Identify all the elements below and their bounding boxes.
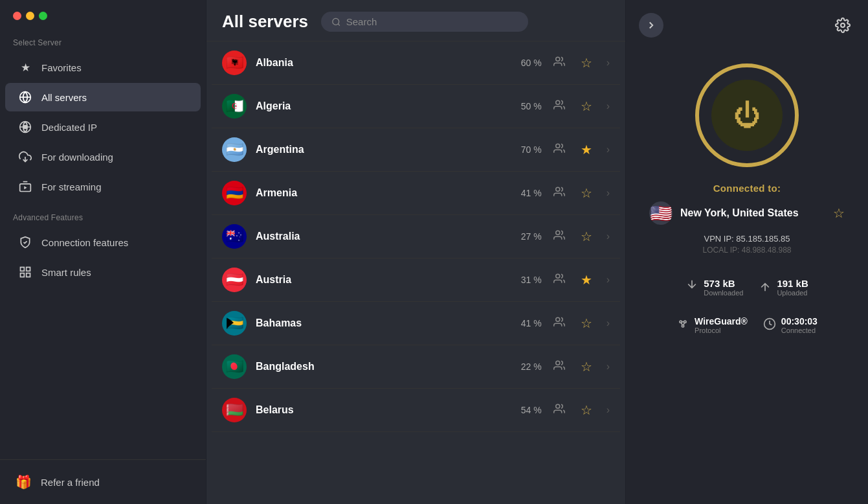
sidebar-item-connection-features[interactable]: Connection features: [5, 228, 201, 257]
settings-button[interactable]: [830, 13, 855, 38]
refer-a-friend-button[interactable]: 🎁 Refer a friend: [13, 470, 193, 494]
sidebar-item-all-servers[interactable]: All servers: [5, 83, 201, 111]
server-name: Australia: [256, 231, 500, 242]
table-row[interactable]: 🇦🇱 Albania 60 % ☆ ›: [212, 41, 620, 85]
server-name: Austria: [256, 274, 500, 286]
stream-icon: [18, 179, 32, 194]
shield-icon: [18, 235, 32, 249]
favorite-button[interactable]: ☆: [581, 185, 592, 201]
svg-point-17: [555, 317, 559, 321]
table-row[interactable]: 🇧🇩 Bangladesh 22 % ☆ ›: [212, 345, 620, 389]
server-name: Bahamas: [256, 317, 500, 329]
sidebar-item-for-downloading[interactable]: For downloading: [5, 143, 201, 171]
country-flag: 🇦🇹: [222, 268, 247, 292]
favorite-button[interactable]: ☆: [581, 315, 592, 331]
server-name: Albania: [256, 57, 500, 69]
svg-line-25: [682, 323, 683, 325]
clock-icon: [763, 317, 776, 334]
sidebar-bottom: 🎁 Refer a friend: [0, 459, 206, 504]
table-row[interactable]: 🇧🇸 Bahamas 41 % ☆ ›: [212, 302, 620, 345]
sidebar-item-for-streaming[interactable]: For streaming: [5, 172, 201, 201]
svg-point-11: [555, 57, 559, 61]
favorite-button[interactable]: ★: [581, 142, 592, 157]
server-users-icon: [553, 316, 565, 330]
favorite-button[interactable]: ★: [581, 272, 592, 288]
svg-point-19: [555, 404, 559, 408]
table-row[interactable]: 🇧🇾 Belarus 54 % ☆ ›: [212, 389, 620, 432]
sidebar-item-smart-rules[interactable]: Smart rules: [5, 258, 201, 286]
protocol-value: WireGuard®: [695, 316, 748, 326]
favorite-button[interactable]: ☆: [581, 55, 592, 71]
select-server-label: Select Server: [0, 27, 206, 52]
table-row[interactable]: 🇦🇺 Australia 27 % ☆ ›: [212, 215, 620, 258]
server-load: 41 %: [509, 318, 542, 328]
svg-point-20: [841, 23, 845, 27]
server-users-icon: [553, 186, 565, 200]
svg-line-10: [338, 23, 340, 25]
favorite-button[interactable]: ☆: [581, 98, 592, 114]
server-users-icon: [553, 360, 565, 374]
main-content: All servers 🇦🇱 Albania 60 %: [206, 0, 625, 504]
upload-value: 191 kB: [777, 278, 808, 289]
favorite-star-button[interactable]: ☆: [833, 205, 845, 221]
sidebar-item-label: All servers: [41, 92, 87, 103]
table-row[interactable]: 🇦🇷 Argentina 70 % ★ ›: [212, 128, 620, 172]
table-row[interactable]: 🇦🇹 Austria 31 % ★ ›: [212, 258, 620, 302]
server-name: Algeria: [256, 100, 500, 112]
country-flag: 🇦🇷: [222, 137, 247, 162]
favorite-button[interactable]: ☆: [581, 402, 592, 418]
connected-flag: 🇺🇸: [649, 201, 673, 225]
server-load: 31 %: [509, 275, 542, 285]
favorite-button[interactable]: ☆: [581, 229, 592, 244]
server-users-icon: [553, 143, 565, 157]
server-users-icon: [553, 403, 565, 417]
main-header: All servers: [206, 0, 625, 41]
country-flag: 🇧🇸: [222, 311, 247, 336]
server-load: 54 %: [509, 405, 542, 415]
server-users-icon: [553, 229, 565, 244]
maximize-button[interactable]: [39, 12, 47, 20]
search-box[interactable]: [321, 12, 528, 32]
protocol-info: WireGuard® Protocol: [695, 316, 748, 334]
favorite-button[interactable]: ☆: [581, 359, 592, 374]
back-button[interactable]: [639, 13, 663, 38]
sidebar-item-favorites[interactable]: ★ Favorites: [5, 53, 201, 82]
country-flag: 🇦🇱: [222, 51, 247, 75]
traffic-lights: [13, 12, 47, 20]
svg-line-26: [684, 323, 685, 325]
power-ring: ⏻: [695, 63, 799, 167]
title-bar: [0, 0, 206, 27]
search-icon: [331, 17, 341, 27]
right-panel: ⏻ Connected to: 🇺🇸 New York, United Stat…: [625, 0, 868, 504]
svg-point-15: [555, 231, 559, 235]
upload-label: Uploaded: [777, 289, 808, 297]
server-name: Belarus: [256, 404, 500, 416]
protocol-label: Protocol: [695, 326, 748, 334]
table-row[interactable]: 🇦🇲 Armenia 41 % ☆ ›: [212, 172, 620, 215]
table-row[interactable]: 🇩🇿 Algeria 50 % ☆ ›: [212, 85, 620, 128]
connected-time-label: Connected: [781, 326, 818, 334]
protocol-stat: WireGuard® Protocol: [676, 316, 748, 334]
svg-point-23: [682, 325, 684, 326]
sidebar-item-label: For downloading: [41, 152, 113, 163]
protocol-row: WireGuard® Protocol 00:30:03 Connected: [639, 316, 855, 334]
gear-icon: [835, 17, 851, 33]
download-stat-icon: [685, 279, 698, 295]
close-button[interactable]: [13, 12, 21, 20]
connected-time: 00:30:03: [781, 316, 818, 326]
chevron-right-icon: ›: [606, 231, 610, 242]
search-input[interactable]: [346, 16, 518, 27]
refer-label: Refer a friend: [41, 477, 100, 488]
upload-stat-icon: [759, 279, 772, 295]
chevron-right-icon: ›: [606, 274, 610, 286]
sidebar-item-label: Connection features: [41, 237, 128, 248]
us-flag-emoji: 🇺🇸: [650, 203, 673, 224]
svg-point-14: [555, 187, 559, 191]
sidebar-item-dedicated-ip[interactable]: Dedicated IP: [5, 113, 201, 141]
power-button[interactable]: ⏻: [711, 80, 783, 151]
minimize-button[interactable]: [26, 12, 34, 20]
dedicated-ip-icon: [18, 120, 32, 134]
svg-rect-6: [27, 268, 30, 271]
download-label: Downloaded: [704, 289, 743, 297]
sidebar-item-label: Dedicated IP: [41, 122, 97, 133]
